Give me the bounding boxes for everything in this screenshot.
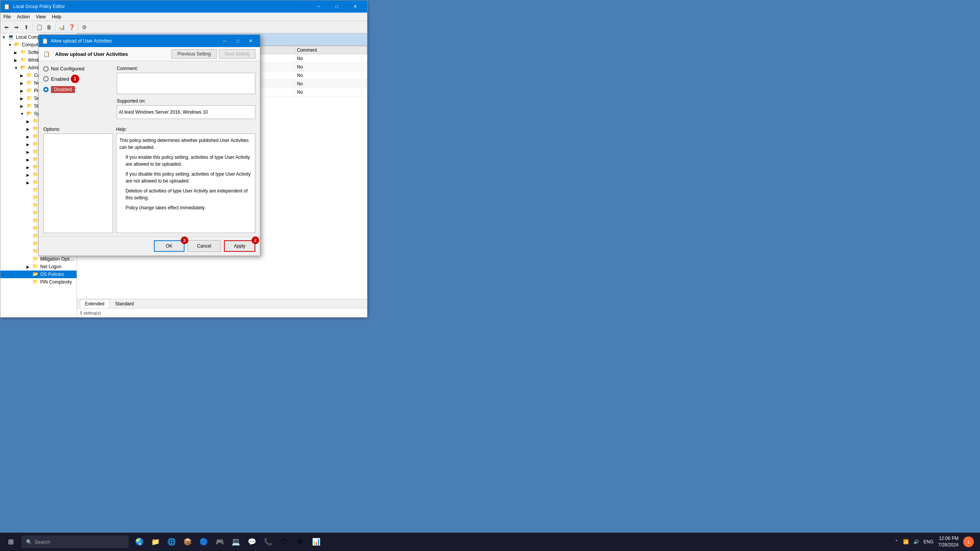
taskbar-volume-icon[interactable]: 🔊 [913, 539, 919, 544]
search-placeholder: Search [34, 539, 50, 545]
taskbar-app-game[interactable]: 🎮 [212, 534, 227, 549]
folder-icon: 📁 [33, 195, 39, 201]
notification-badge[interactable]: 1 [963, 536, 974, 547]
option-disabled[interactable]: Disabled [43, 86, 112, 93]
ok-button-wrapper: OK 3 [154, 240, 185, 252]
desktop: 📋 Local Group Policy Editor ─ □ ✕ File A… [0, 0, 980, 551]
dialog-maximize-button[interactable]: □ [232, 36, 244, 46]
folder-icon: 📁 [33, 126, 39, 132]
tree-arrow: ▶ [26, 165, 33, 170]
prev-setting-button[interactable]: Previous Setting [172, 49, 216, 59]
menu-view[interactable]: View [33, 13, 49, 21]
row-comment-1: No [294, 54, 367, 63]
row-comment-5: No [294, 88, 367, 96]
dialog-subheader: 📋 Allow upload of User Activities Previo… [39, 47, 260, 61]
policy-dialog: 📋 Allow upload of User Activities ─ □ ✕ … [38, 34, 260, 256]
copy-button[interactable]: 📋 [34, 23, 44, 32]
tree-arrow: ▶ [20, 89, 26, 93]
tree-arrow: ▶ [26, 135, 33, 139]
option-not-configured[interactable]: Not Configured [43, 66, 112, 72]
minimize-button[interactable]: ─ [310, 0, 327, 13]
next-setting-button[interactable]: Next Setting [219, 49, 255, 59]
option-enabled[interactable]: Enabled 1 [43, 75, 112, 83]
dialog-columns: Options: Help: This policy setting deter… [43, 127, 255, 233]
taskbar-app-folder[interactable]: 📁 [148, 534, 163, 549]
tree-arrow: ▶ [20, 104, 26, 108]
taskbar-app-phone[interactable]: 📞 [260, 534, 276, 549]
tree-arrow: ▶ [26, 127, 33, 131]
cancel-button[interactable]: Cancel [188, 240, 221, 252]
taskbar-app-code[interactable]: 💻 [228, 534, 243, 549]
back-button[interactable]: ⬅ [2, 23, 11, 32]
comment-input[interactable] [117, 73, 255, 94]
folder-icon: 📁 [26, 95, 33, 101]
maximize-button[interactable]: □ [328, 0, 346, 13]
apply-button[interactable]: Apply [224, 240, 255, 252]
taskbar-app-security[interactable]: 🔵 [196, 534, 211, 549]
tree-label-net-logon: Net Logon [40, 264, 61, 269]
menu-file[interactable]: File [0, 13, 14, 21]
dialog-nav-buttons: Previous Setting Next Setting [172, 49, 255, 59]
dialog-options: Not Configured Enabled 1 Disabled [43, 66, 112, 93]
menu-help[interactable]: Help [49, 13, 65, 21]
tab-standard[interactable]: Standard [110, 299, 139, 308]
ok-button[interactable]: OK [154, 240, 185, 252]
taskbar-search-box[interactable]: 🔍 Search [21, 536, 129, 548]
option-enabled-label: Enabled [51, 76, 69, 82]
folder-icon: 📁 [33, 149, 39, 155]
taskbar-app-charts[interactable]: 📊 [309, 534, 324, 549]
toolbar-separator-2 [55, 23, 56, 31]
tree-label-os-policies: OS Policies [40, 272, 64, 277]
folder-icon: 📁 [20, 57, 26, 63]
gpe-toolbar: ⬅ ➡ ⬆ 📋 🗑 📊 ❓ ⚙ [0, 21, 367, 33]
dialog-footer: OK 3 Cancel Apply 2 [39, 236, 260, 256]
dialog-minimize-button[interactable]: ─ [219, 36, 231, 46]
taskbar-app-globe[interactable]: 🌏 [132, 534, 147, 549]
col-comment[interactable]: Comment [294, 46, 367, 54]
taskbar-app-settings[interactable]: ⚙ [292, 534, 308, 549]
badge-1: 1 [71, 75, 79, 83]
tree-label-mitigation: Mitigation Options [40, 256, 75, 262]
taskbar-app-whatsapp[interactable]: 💬 [244, 534, 260, 549]
supported-label: Supported on: [117, 98, 255, 104]
tree-arrow: ▶ [26, 158, 33, 162]
radio-not-configured[interactable] [43, 66, 49, 72]
tree-arrow: ▶ [26, 119, 33, 124]
close-button[interactable]: ✕ [346, 0, 364, 13]
folder-icon: 📁 [33, 118, 39, 124]
status-text: 5 setting(s) [80, 311, 101, 315]
options-column: Options: [43, 127, 113, 233]
start-button[interactable]: ⊞ [2, 533, 20, 551]
dialog-close-button[interactable]: ✕ [245, 36, 257, 46]
tree-mitigation[interactable]: 📁 Mitigation Options [0, 255, 77, 263]
tree-pin-complexity[interactable]: 📁 PIN Complexity [0, 278, 77, 286]
help-button[interactable]: ❓ [67, 23, 76, 32]
delete-button[interactable]: 🗑 [44, 23, 54, 32]
gpe-title-controls: ─ □ ✕ [310, 0, 364, 13]
radio-enabled[interactable] [43, 76, 49, 82]
taskbar-app-vpn[interactable]: 🛡 [276, 534, 292, 549]
up-button[interactable]: ⬆ [22, 23, 31, 32]
taskbar-chevron[interactable]: ⌃ [895, 539, 898, 544]
tree-arrow: ▶ [20, 81, 26, 85]
properties-button[interactable]: 📊 [57, 23, 66, 32]
options-area [43, 134, 113, 233]
menu-action[interactable]: Action [14, 13, 33, 21]
taskbar-lang[interactable]: ENG [924, 539, 934, 544]
taskbar-app-store[interactable]: 📦 [180, 534, 195, 549]
option-not-configured-label: Not Configured [51, 66, 84, 72]
tree-arrow: ▼ [2, 35, 8, 39]
radio-disabled[interactable] [43, 87, 49, 92]
forward-button[interactable]: ➡ [12, 23, 21, 32]
computer-icon: 💻 [8, 34, 14, 40]
tree-os-policies[interactable]: 📂 OS Policies [0, 271, 77, 278]
taskbar-app-edge[interactable]: 🌐 [164, 534, 179, 549]
option-disabled-label: Disabled [51, 86, 75, 93]
taskbar-network-icon[interactable]: 📶 [903, 539, 909, 544]
folder-icon: 📁 [33, 210, 39, 216]
tab-extended[interactable]: Extended [80, 299, 109, 308]
folder-icon-selected: 📂 [33, 271, 39, 277]
tree-net-logon[interactable]: ▶ 📁 Net Logon [0, 263, 77, 271]
tree-arrow: ▶ [14, 58, 20, 62]
settings-button[interactable]: ⚙ [80, 23, 89, 32]
